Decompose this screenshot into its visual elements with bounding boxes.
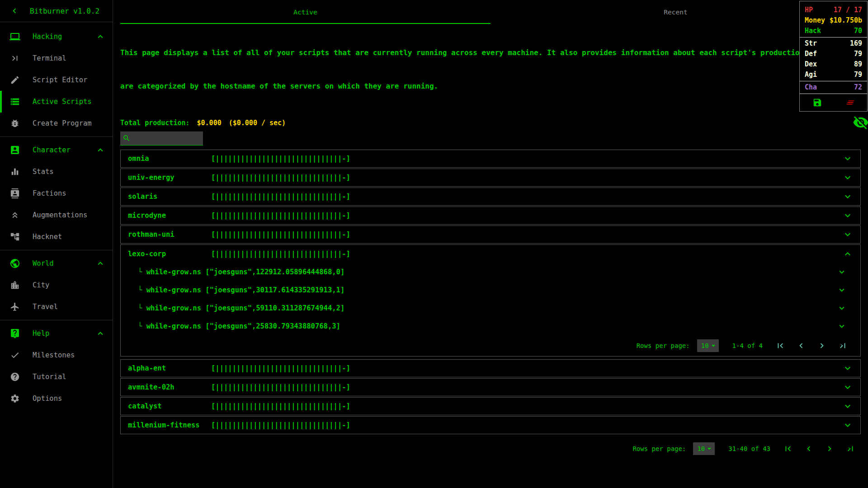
clear-all-icon[interactable] bbox=[845, 98, 855, 108]
chevron-down-icon[interactable] bbox=[837, 285, 847, 295]
server-progress-bar: [||||||||||||||||||||||||||||||-] bbox=[211, 192, 350, 201]
sidebar-section-help[interactable]: Help bbox=[0, 323, 113, 344]
sidebar-item-travel[interactable]: Travel bbox=[0, 296, 113, 318]
sidebar-item-hacknet[interactable]: Hacknet bbox=[0, 226, 113, 248]
stat-label: Money bbox=[805, 15, 825, 26]
server-row-avmnite-02h[interactable]: avmnite-02h[||||||||||||||||||||||||||||… bbox=[120, 378, 861, 396]
sidebar-item-options[interactable]: Options bbox=[0, 388, 113, 409]
server-progress-bar: [||||||||||||||||||||||||||||||-] bbox=[211, 421, 350, 429]
script-row[interactable]: └ while-grow.ns ["joesguns",25830.793438… bbox=[121, 317, 860, 335]
stat-row-hack: Hack70 bbox=[800, 26, 867, 36]
server-progress-bar: [||||||||||||||||||||||||||||||-] bbox=[211, 211, 350, 220]
search-icon bbox=[123, 134, 131, 142]
script-row[interactable]: └ while-grow.ns ["joesguns",122912.05896… bbox=[121, 263, 860, 281]
last-page-icon[interactable] bbox=[845, 444, 855, 454]
sidebar-section-world[interactable]: World bbox=[0, 253, 113, 274]
rows-per-page-select[interactable]: 10 bbox=[693, 442, 715, 455]
server-name: omnia bbox=[128, 155, 211, 163]
last-page-button[interactable] bbox=[845, 444, 855, 454]
tab-recent-label: Recent bbox=[664, 9, 687, 16]
sidebar-item-factions[interactable]: Factions bbox=[0, 183, 113, 204]
chevron-down-icon[interactable] bbox=[837, 303, 847, 313]
save-icon[interactable] bbox=[812, 98, 822, 108]
server-row-expanded-lexo-corp: lexo-corp[||||||||||||||||||||||||||||||… bbox=[120, 244, 861, 357]
server-row-lexo-corp[interactable]: lexo-corp[||||||||||||||||||||||||||||||… bbox=[121, 245, 860, 263]
chevron-down-icon[interactable] bbox=[842, 382, 853, 393]
expand-less-icon bbox=[95, 328, 105, 338]
sidebar-section-label: Hacking bbox=[33, 33, 95, 41]
chevron-down-icon[interactable] bbox=[842, 363, 853, 374]
chevron-down-icon[interactable] bbox=[842, 153, 853, 164]
server-name: solaris bbox=[128, 192, 211, 201]
chevron-down-icon[interactable] bbox=[842, 210, 853, 221]
server-progress-bar: [||||||||||||||||||||||||||||||-] bbox=[211, 250, 350, 258]
next-page-button[interactable] bbox=[817, 341, 827, 351]
laptop-icon bbox=[9, 31, 20, 42]
script-row[interactable]: └ while-grow.ns ["joesguns",59110.311287… bbox=[121, 299, 860, 317]
expand-less-icon bbox=[95, 145, 105, 155]
stat-value: $10.750b bbox=[830, 15, 862, 26]
server-accordion-list: omnia[||||||||||||||||||||||||||||||-]un… bbox=[120, 150, 861, 434]
sidebar-item-tutorial[interactable]: Tutorial bbox=[0, 366, 113, 388]
save-button[interactable] bbox=[812, 98, 822, 108]
chevron-down-icon[interactable] bbox=[837, 267, 847, 277]
server-row-alpha-ent[interactable]: alpha-ent[||||||||||||||||||||||||||||||… bbox=[120, 359, 861, 377]
previous-page-icon[interactable] bbox=[804, 444, 814, 454]
terminal-icon bbox=[10, 53, 20, 63]
main-content: Active Recent This page displays a list … bbox=[113, 0, 868, 488]
stat-row-def: Def79 bbox=[800, 49, 867, 59]
chevron-down-icon[interactable] bbox=[842, 229, 853, 240]
visibility-off-icon[interactable] bbox=[853, 114, 868, 131]
total-production-label: Total production: bbox=[120, 119, 190, 127]
tab-active[interactable]: Active bbox=[120, 0, 491, 24]
sidebar-item-script-editor[interactable]: Script Editor bbox=[0, 69, 113, 91]
server-row-rothman-uni[interactable]: rothman-uni[||||||||||||||||||||||||||||… bbox=[120, 225, 861, 244]
first-page-icon[interactable] bbox=[775, 341, 785, 351]
script-row[interactable]: └ while-grow.ns ["joesguns",30117.614335… bbox=[121, 281, 860, 299]
sidebar-item-active-scripts[interactable]: Active Scripts bbox=[0, 91, 113, 113]
sidebar-item-milestones[interactable]: Milestones bbox=[0, 344, 113, 366]
server-row-omnia[interactable]: omnia[||||||||||||||||||||||||||||||-] bbox=[120, 150, 861, 168]
sidebar-header: Bitburner v1.0.2 bbox=[0, 0, 113, 22]
sidebar-item-stats[interactable]: Stats bbox=[0, 161, 113, 183]
rows-per-page-select[interactable]: 10 bbox=[697, 339, 719, 352]
server-row-solaris[interactable]: solaris[||||||||||||||||||||||||||||||-] bbox=[120, 188, 861, 206]
chevron-down-icon[interactable] bbox=[837, 321, 847, 331]
chevron-down-icon[interactable] bbox=[842, 420, 853, 431]
sidebar-section-hacking[interactable]: Hacking bbox=[0, 26, 113, 47]
previous-page-button[interactable] bbox=[796, 341, 806, 351]
live-help-icon bbox=[9, 328, 20, 339]
chevron-down-icon[interactable] bbox=[842, 172, 853, 183]
arrow-drop-down-icon bbox=[705, 444, 714, 453]
visibility-off-icon[interactable] bbox=[853, 114, 868, 131]
search-input[interactable] bbox=[133, 135, 199, 142]
chevron-down-icon[interactable] bbox=[842, 191, 853, 202]
next-page-button[interactable] bbox=[825, 444, 835, 454]
next-page-icon[interactable] bbox=[817, 341, 827, 351]
collapse-sidebar-button[interactable] bbox=[9, 6, 19, 16]
sidebar-section-character[interactable]: Character bbox=[0, 139, 113, 161]
app-title: Bitburner v1.0.2 bbox=[30, 7, 99, 15]
server-row-catalyst[interactable]: catalyst[||||||||||||||||||||||||||||||-… bbox=[120, 397, 861, 415]
previous-page-icon[interactable] bbox=[796, 341, 806, 351]
chevron-up-icon[interactable] bbox=[842, 249, 853, 259]
server-row-millenium-fitness[interactable]: millenium-fitness[||||||||||||||||||||||… bbox=[120, 416, 861, 434]
next-page-icon[interactable] bbox=[825, 444, 835, 454]
server-row-univ-energy[interactable]: univ-energy[||||||||||||||||||||||||||||… bbox=[120, 169, 861, 187]
chevron-down-icon[interactable] bbox=[842, 401, 853, 412]
last-page-button[interactable] bbox=[838, 341, 848, 351]
first-page-button[interactable] bbox=[775, 341, 785, 351]
previous-page-button[interactable] bbox=[804, 444, 814, 454]
sidebar-item-terminal[interactable]: Terminal bbox=[0, 47, 113, 69]
sidebar-item-city[interactable]: City bbox=[0, 274, 113, 296]
stat-label: Hack bbox=[805, 26, 821, 36]
sidebar-item-augmentations[interactable]: Augmentations bbox=[0, 204, 113, 226]
sidebar-item-create-program[interactable]: Create Program bbox=[0, 113, 113, 134]
clear-all-button[interactable] bbox=[845, 98, 855, 108]
last-page-icon[interactable] bbox=[838, 341, 848, 351]
first-page-button[interactable] bbox=[783, 444, 793, 454]
stat-value: 70 bbox=[854, 26, 862, 36]
server-row-microdyne[interactable]: microdyne[||||||||||||||||||||||||||||||… bbox=[120, 206, 861, 225]
first-page-icon[interactable] bbox=[783, 444, 793, 454]
description-line-1: This page displays a list of all of your… bbox=[120, 47, 861, 59]
